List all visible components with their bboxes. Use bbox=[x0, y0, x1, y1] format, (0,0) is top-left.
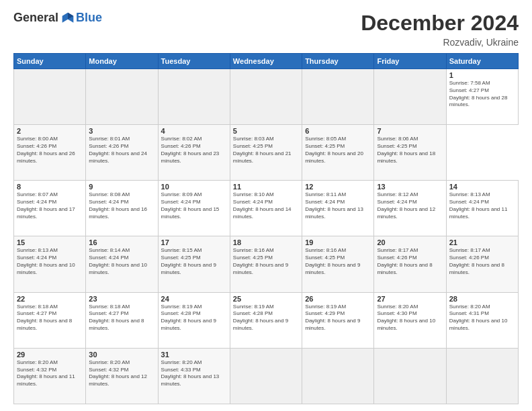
day-info: Sunrise: 8:19 AM Sunset: 4:29 PM Dayligh… bbox=[305, 304, 371, 332]
day-number: 3 bbox=[89, 127, 154, 135]
table-row bbox=[86, 69, 158, 125]
day-number: 10 bbox=[161, 183, 227, 191]
day-info: Sunrise: 8:20 AM Sunset: 4:33 PM Dayligh… bbox=[161, 359, 227, 388]
table-row: 24Sunrise: 8:19 AM Sunset: 4:28 PM Dayli… bbox=[158, 292, 230, 348]
logo: General Blue bbox=[13, 11, 102, 25]
day-number: 11 bbox=[233, 183, 299, 191]
table-row: 18Sunrise: 8:16 AM Sunset: 4:25 PM Dayli… bbox=[230, 236, 302, 292]
day-info: Sunrise: 8:20 AM Sunset: 4:32 PM Dayligh… bbox=[89, 359, 154, 388]
table-row: 27Sunrise: 8:20 AM Sunset: 4:30 PM Dayli… bbox=[374, 292, 446, 348]
table-row: 16Sunrise: 8:14 AM Sunset: 4:24 PM Dayli… bbox=[86, 236, 158, 292]
header-row: Sunday Monday Tuesday Wednesday Thursday… bbox=[14, 54, 519, 69]
day-info: Sunrise: 8:01 AM Sunset: 4:26 PM Dayligh… bbox=[89, 136, 154, 165]
table-row bbox=[446, 348, 518, 404]
day-number: 8 bbox=[17, 183, 83, 191]
table-row: 29Sunrise: 8:20 AM Sunset: 4:32 PM Dayli… bbox=[14, 348, 86, 404]
table-row: 3Sunrise: 8:01 AM Sunset: 4:26 PM Daylig… bbox=[86, 125, 158, 181]
day-number: 28 bbox=[449, 295, 515, 303]
day-info: Sunrise: 8:18 AM Sunset: 4:27 PM Dayligh… bbox=[89, 304, 154, 332]
table-row: 15Sunrise: 8:13 AM Sunset: 4:24 PM Dayli… bbox=[14, 236, 86, 292]
week-row-5: 22Sunrise: 8:18 AM Sunset: 4:27 PM Dayli… bbox=[14, 292, 519, 348]
day-number: 19 bbox=[305, 238, 371, 246]
table-row: 19Sunrise: 8:16 AM Sunset: 4:25 PM Dayli… bbox=[302, 236, 374, 292]
table-row bbox=[230, 348, 302, 404]
table-row: 12Sunrise: 8:11 AM Sunset: 4:24 PM Dayli… bbox=[302, 181, 374, 236]
day-info: Sunrise: 8:11 AM Sunset: 4:24 PM Dayligh… bbox=[305, 191, 371, 220]
table-row: 31Sunrise: 8:20 AM Sunset: 4:33 PM Dayli… bbox=[158, 348, 230, 404]
day-number: 22 bbox=[17, 295, 83, 303]
day-number: 31 bbox=[161, 351, 227, 359]
day-info: Sunrise: 8:20 AM Sunset: 4:32 PM Dayligh… bbox=[17, 359, 83, 388]
day-info: Sunrise: 8:20 AM Sunset: 4:30 PM Dayligh… bbox=[377, 304, 443, 332]
day-number: 13 bbox=[377, 183, 443, 191]
table-row: 10Sunrise: 8:09 AM Sunset: 4:24 PM Dayli… bbox=[158, 181, 230, 236]
week-row-6: 29Sunrise: 8:20 AM Sunset: 4:32 PM Dayli… bbox=[14, 348, 519, 404]
day-number: 1 bbox=[449, 71, 515, 79]
day-number: 24 bbox=[161, 295, 227, 303]
table-row: 5Sunrise: 8:03 AM Sunset: 4:25 PM Daylig… bbox=[230, 125, 302, 181]
day-number: 7 bbox=[377, 127, 443, 135]
table-row: 1Sunrise: 7:58 AM Sunset: 4:27 PM Daylig… bbox=[446, 69, 518, 125]
logo-icon bbox=[61, 11, 75, 25]
day-info: Sunrise: 8:08 AM Sunset: 4:24 PM Dayligh… bbox=[89, 191, 154, 220]
day-number: 6 bbox=[305, 127, 371, 135]
week-row-1: 1Sunrise: 7:58 AM Sunset: 4:27 PM Daylig… bbox=[14, 69, 519, 125]
table-row bbox=[374, 69, 446, 125]
table-row bbox=[374, 348, 446, 404]
day-info: Sunrise: 8:19 AM Sunset: 4:28 PM Dayligh… bbox=[233, 304, 299, 332]
day-info: Sunrise: 8:05 AM Sunset: 4:25 PM Dayligh… bbox=[305, 136, 371, 165]
day-number: 14 bbox=[449, 183, 515, 191]
table-row bbox=[302, 348, 374, 404]
table-row: 23Sunrise: 8:18 AM Sunset: 4:27 PM Dayli… bbox=[86, 292, 158, 348]
header: General Blue December 2024 Rozvadiv, Ukr… bbox=[13, 11, 519, 48]
table-row: 14Sunrise: 8:13 AM Sunset: 4:24 PM Dayli… bbox=[446, 181, 518, 236]
page: General Blue December 2024 Rozvadiv, Ukr… bbox=[0, 0, 532, 411]
col-monday: Monday bbox=[86, 54, 158, 69]
table-row: 17Sunrise: 8:15 AM Sunset: 4:25 PM Dayli… bbox=[158, 236, 230, 292]
day-number: 26 bbox=[305, 295, 371, 303]
day-number: 17 bbox=[161, 238, 227, 246]
day-number: 5 bbox=[233, 127, 299, 135]
day-info: Sunrise: 7:58 AM Sunset: 4:27 PM Dayligh… bbox=[449, 80, 515, 109]
table-row: 30Sunrise: 8:20 AM Sunset: 4:32 PM Dayli… bbox=[86, 348, 158, 404]
day-info: Sunrise: 8:03 AM Sunset: 4:25 PM Dayligh… bbox=[233, 136, 299, 165]
day-info: Sunrise: 8:20 AM Sunset: 4:31 PM Dayligh… bbox=[449, 304, 515, 332]
day-info: Sunrise: 8:17 AM Sunset: 4:26 PM Dayligh… bbox=[449, 247, 515, 276]
col-thursday: Thursday bbox=[302, 54, 374, 69]
day-number: 2 bbox=[17, 127, 83, 135]
day-info: Sunrise: 8:07 AM Sunset: 4:24 PM Dayligh… bbox=[17, 191, 83, 220]
day-info: Sunrise: 8:12 AM Sunset: 4:24 PM Dayligh… bbox=[377, 191, 443, 220]
table-row bbox=[230, 69, 302, 125]
day-info: Sunrise: 8:16 AM Sunset: 4:25 PM Dayligh… bbox=[233, 247, 299, 276]
table-row: 7Sunrise: 8:06 AM Sunset: 4:25 PM Daylig… bbox=[374, 125, 446, 181]
day-info: Sunrise: 8:18 AM Sunset: 4:27 PM Dayligh… bbox=[17, 304, 83, 332]
day-info: Sunrise: 8:13 AM Sunset: 4:24 PM Dayligh… bbox=[449, 191, 515, 220]
calendar-table: Sunday Monday Tuesday Wednesday Thursday… bbox=[13, 53, 519, 404]
day-info: Sunrise: 8:17 AM Sunset: 4:26 PM Dayligh… bbox=[377, 247, 443, 276]
col-wednesday: Wednesday bbox=[230, 54, 302, 69]
table-row: 22Sunrise: 8:18 AM Sunset: 4:27 PM Dayli… bbox=[14, 292, 86, 348]
col-tuesday: Tuesday bbox=[158, 54, 230, 69]
table-row: 25Sunrise: 8:19 AM Sunset: 4:28 PM Dayli… bbox=[230, 292, 302, 348]
table-row: 9Sunrise: 8:08 AM Sunset: 4:24 PM Daylig… bbox=[86, 181, 158, 236]
day-info: Sunrise: 8:19 AM Sunset: 4:28 PM Dayligh… bbox=[161, 304, 227, 332]
day-info: Sunrise: 8:14 AM Sunset: 4:24 PM Dayligh… bbox=[89, 247, 154, 276]
logo-general: General bbox=[13, 11, 58, 25]
table-row: 21Sunrise: 8:17 AM Sunset: 4:26 PM Dayli… bbox=[446, 236, 518, 292]
table-row: 6Sunrise: 8:05 AM Sunset: 4:25 PM Daylig… bbox=[302, 125, 374, 181]
day-number: 4 bbox=[161, 127, 227, 135]
location: Rozvadiv, Ukraine bbox=[361, 37, 519, 48]
day-info: Sunrise: 8:13 AM Sunset: 4:24 PM Dayligh… bbox=[17, 247, 83, 276]
day-info: Sunrise: 8:09 AM Sunset: 4:24 PM Dayligh… bbox=[161, 191, 227, 220]
col-friday: Friday bbox=[374, 54, 446, 69]
day-info: Sunrise: 8:15 AM Sunset: 4:25 PM Dayligh… bbox=[161, 247, 227, 276]
table-row: 11Sunrise: 8:10 AM Sunset: 4:24 PM Dayli… bbox=[230, 181, 302, 236]
month-title: December 2024 bbox=[361, 11, 519, 36]
day-number: 23 bbox=[89, 295, 154, 303]
day-number: 27 bbox=[377, 295, 443, 303]
table-row bbox=[302, 69, 374, 125]
day-number: 25 bbox=[233, 295, 299, 303]
week-row-4: 15Sunrise: 8:13 AM Sunset: 4:24 PM Dayli… bbox=[14, 236, 519, 292]
table-row: 13Sunrise: 8:12 AM Sunset: 4:24 PM Dayli… bbox=[374, 181, 446, 236]
table-row: 28Sunrise: 8:20 AM Sunset: 4:31 PM Dayli… bbox=[446, 292, 518, 348]
